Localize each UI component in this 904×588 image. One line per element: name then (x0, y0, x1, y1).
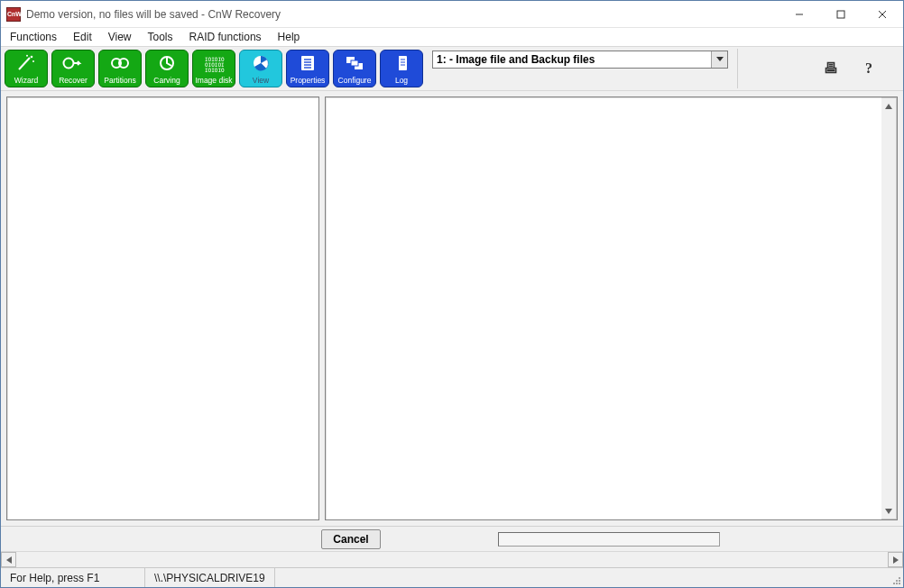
minimize-button[interactable] (779, 1, 820, 27)
image-disk-button[interactable]: IOIOIOOIOIOIIOIOIO Image disk (192, 50, 235, 87)
configure-icon (344, 51, 365, 76)
svg-point-8 (64, 59, 74, 69)
menu-view[interactable]: View (106, 29, 134, 45)
binary-icon: IOIOIOOIOIOIIOIOIO (203, 51, 225, 76)
svg-point-34 (899, 583, 900, 584)
scroll-left-icon[interactable] (1, 552, 16, 567)
svg-point-7 (32, 60, 34, 62)
scroll-up-icon[interactable] (881, 98, 896, 114)
configure-button[interactable]: Configure (333, 50, 376, 87)
svg-marker-33 (893, 556, 899, 564)
menu-help[interactable]: Help (276, 29, 302, 45)
menubar: Functions Edit View Tools RAID functions… (1, 28, 903, 46)
svg-point-38 (896, 580, 898, 582)
recover-label: Recover (59, 76, 88, 85)
recover-icon (62, 51, 84, 76)
view-label: View (253, 76, 269, 85)
log-button[interactable]: Log (380, 50, 423, 87)
list-pane[interactable] (326, 97, 881, 519)
properties-label: Properties (291, 76, 326, 85)
svg-rect-23 (351, 60, 358, 66)
cancel-label: Cancel (333, 533, 368, 546)
toolbar: Wizard Recover Partitions Carving IOIOIO… (1, 46, 903, 91)
svg-marker-31 (885, 509, 892, 514)
vertical-scrollbar[interactable] (881, 97, 897, 519)
status-help: For Help, press F1 (1, 568, 145, 587)
progress-field (498, 532, 720, 547)
partitions-icon (109, 51, 131, 76)
carving-label: Carving (153, 76, 180, 85)
close-button[interactable] (862, 1, 903, 27)
image-disk-label: Image disk (195, 76, 232, 85)
svg-text:IOIOIO: IOIOIO (205, 67, 225, 72)
resize-grip[interactable] (887, 568, 903, 587)
window-title: Demo version, no files will be saved - C… (26, 8, 779, 21)
menu-tools[interactable]: Tools (146, 29, 175, 45)
drive-select[interactable]: 1: - Image file and Backup files (432, 51, 728, 69)
window-controls (779, 1, 903, 27)
svg-point-5 (31, 56, 33, 59)
horizontal-scrollbar[interactable] (1, 551, 903, 567)
chevron-down-icon[interactable] (711, 51, 727, 68)
menu-raid-functions[interactable]: RAID functions (188, 29, 263, 45)
wizard-label: Wizard (14, 76, 38, 85)
wand-icon (16, 51, 36, 76)
view-button[interactable]: View (239, 50, 282, 87)
svg-point-35 (896, 583, 898, 584)
wizard-button[interactable]: Wizard (5, 50, 48, 87)
help-icon[interactable]: ? (865, 60, 872, 77)
pie-icon (251, 51, 271, 76)
log-icon (392, 51, 411, 76)
print-icon[interactable]: 🖶 (824, 60, 838, 77)
recover-button[interactable]: Recover (51, 50, 95, 87)
svg-marker-29 (716, 57, 724, 61)
svg-line-4 (19, 58, 30, 69)
svg-point-36 (899, 580, 900, 582)
action-bar: Cancel (1, 526, 903, 551)
partitions-button[interactable]: Partitions (98, 50, 142, 87)
menu-edit[interactable]: Edit (71, 29, 94, 45)
scroll-down-icon[interactable] (881, 503, 896, 519)
partitions-label: Partitions (104, 76, 135, 85)
carving-button[interactable]: Carving (145, 50, 189, 87)
properties-icon (298, 51, 318, 76)
scroll-right-icon[interactable] (888, 552, 903, 567)
status-drive-path: \\.\PHYSICALDRIVE19 (145, 568, 275, 587)
svg-marker-32 (6, 556, 12, 564)
svg-point-37 (893, 583, 895, 584)
properties-button[interactable]: Properties (286, 50, 329, 87)
cancel-button[interactable]: Cancel (321, 529, 381, 549)
carving-icon (157, 51, 177, 76)
svg-point-39 (899, 577, 900, 579)
titlebar: CnW Demo version, no files will be saved… (1, 1, 903, 28)
main-area (1, 91, 903, 526)
svg-rect-25 (396, 56, 399, 70)
svg-point-6 (26, 55, 28, 57)
log-label: Log (395, 76, 408, 85)
tree-pane[interactable] (6, 96, 319, 520)
menu-functions[interactable]: Functions (8, 29, 59, 45)
app-icon: CnW (6, 7, 21, 22)
svg-rect-1 (837, 11, 844, 18)
drive-select-value: 1: - Image file and Backup files (437, 53, 595, 66)
statusbar: For Help, press F1 \\.\PHYSICALDRIVE19 (1, 567, 903, 587)
svg-marker-30 (885, 104, 892, 109)
list-pane-wrap (325, 96, 898, 520)
maximize-button[interactable] (820, 1, 862, 27)
configure-label: Configure (338, 76, 372, 85)
